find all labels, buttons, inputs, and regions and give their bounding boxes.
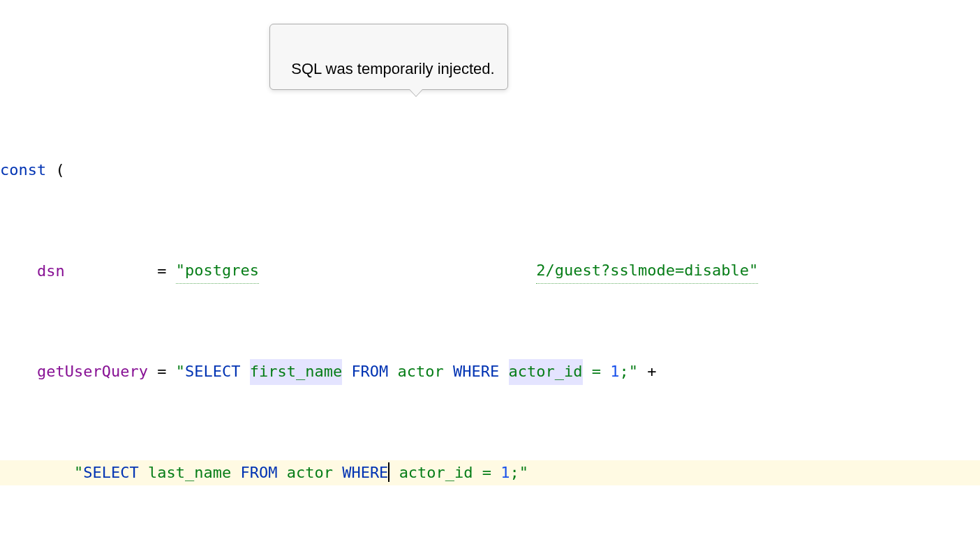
sql-col-firstname: first_name bbox=[250, 359, 342, 384]
sql-keyword-where: WHERE bbox=[453, 359, 499, 384]
sp bbox=[389, 460, 399, 485]
plus: + bbox=[638, 359, 657, 384]
sp bbox=[444, 359, 453, 384]
keyword-const: const bbox=[0, 158, 46, 183]
sp bbox=[342, 359, 351, 384]
sql-table-actor: actor bbox=[287, 460, 333, 485]
quote: " bbox=[74, 460, 83, 485]
var-dsn: dsn bbox=[37, 259, 65, 284]
sp-eq: = bbox=[583, 359, 611, 384]
code-line[interactable]: const ( bbox=[0, 158, 980, 183]
sql-table-actor: actor bbox=[398, 359, 444, 384]
tooltip-text: SQL was temporarily injected. bbox=[291, 60, 494, 77]
sp bbox=[277, 460, 286, 485]
quote: " bbox=[519, 460, 528, 485]
sql-col-lastname: last_name bbox=[148, 460, 231, 485]
sql-keyword-from: FROM bbox=[240, 460, 277, 485]
sql-number: 1 bbox=[610, 359, 619, 384]
sql-keyword-select: SELECT bbox=[185, 359, 240, 384]
indent bbox=[0, 259, 37, 284]
quote: " bbox=[176, 359, 185, 384]
sql-col-actorid: actor_id bbox=[399, 460, 473, 485]
sp-eq: = bbox=[473, 460, 501, 485]
sql-keyword-from: FROM bbox=[351, 359, 388, 384]
code-line-current[interactable]: "SELECT last_name FROM actor WHERE actor… bbox=[0, 460, 980, 485]
code-editor[interactable]: const ( dsn = "postgres 2/guest?sslmode=… bbox=[0, 101, 980, 537]
text-cursor bbox=[388, 462, 389, 482]
string-literal: "postgres bbox=[176, 258, 259, 284]
inspection-tooltip[interactable]: SQL was temporarily injected. bbox=[269, 24, 508, 90]
pad bbox=[65, 259, 157, 284]
sql-keyword-where: WHERE bbox=[342, 460, 388, 485]
sp bbox=[499, 359, 508, 384]
sp bbox=[139, 460, 148, 485]
eq: = bbox=[148, 359, 176, 384]
code-line[interactable]: getUserQuery = "SELECT first_name FROM a… bbox=[0, 360, 980, 385]
eq: = bbox=[157, 259, 176, 284]
semi: ; bbox=[510, 460, 519, 485]
indent bbox=[0, 460, 74, 485]
string-literal: 2/guest?sslmode=disable" bbox=[536, 258, 758, 284]
text: ( bbox=[46, 158, 65, 183]
sp bbox=[240, 359, 249, 384]
sql-col-actorid: actor_id bbox=[509, 359, 583, 384]
sp bbox=[333, 460, 342, 485]
sp bbox=[231, 460, 240, 485]
indent bbox=[0, 359, 37, 384]
var-getuserquery: getUserQuery bbox=[37, 359, 148, 384]
sql-keyword-select: SELECT bbox=[83, 460, 138, 485]
sp bbox=[388, 359, 397, 384]
quote: " bbox=[629, 359, 638, 384]
sql-number: 1 bbox=[500, 460, 510, 485]
semi: ; bbox=[620, 359, 629, 384]
code-line[interactable]: dsn = "postgres 2/guest?sslmode=disable" bbox=[0, 259, 980, 284]
